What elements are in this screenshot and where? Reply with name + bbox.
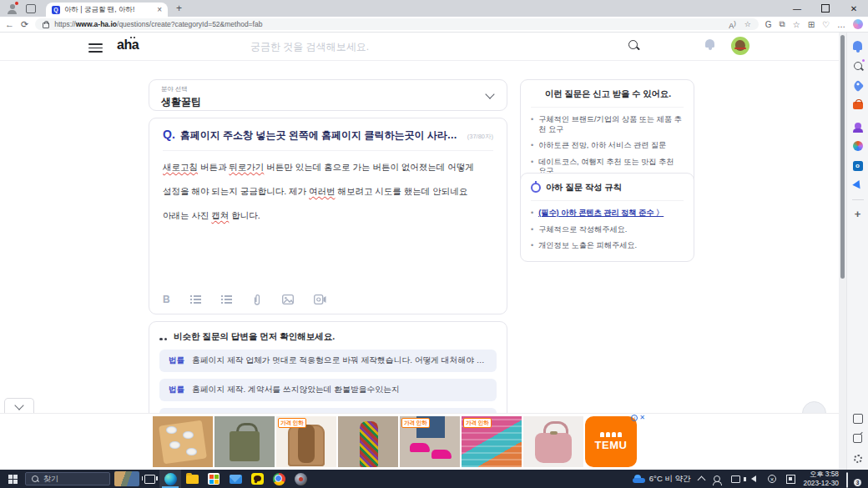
tray-people-icon[interactable]: [712, 475, 723, 482]
task-view-button[interactable]: [139, 475, 159, 484]
lock-icon[interactable]: [43, 23, 49, 28]
sidebar-add-icon[interactable]: +: [851, 208, 864, 220]
tray-dismiss-icon[interactable]: ✕: [767, 475, 778, 483]
char-counter: (37/80자): [467, 133, 493, 141]
sidebar-open-link-icon[interactable]: [851, 432, 864, 445]
ad-product-bedding[interactable]: 가격 인하: [462, 416, 522, 467]
edge-sidebar-rail: o +: [846, 33, 868, 470]
sidebar-search-icon[interactable]: [851, 59, 864, 72]
browser-profile-icon[interactable]: [7, 3, 18, 14]
tray-expand-icon[interactable]: [697, 475, 705, 484]
new-tab-button[interactable]: +: [176, 3, 182, 14]
start-button[interactable]: [0, 475, 25, 484]
collections-icon[interactable]: ⊞: [808, 20, 815, 29]
browser-address-bar: ← ⟳ https://www.a-ha.io/questions/create…: [0, 17, 868, 33]
window-close-button[interactable]: ✕: [840, 0, 868, 17]
translate-icon[interactable]: G: [765, 20, 772, 29]
taskbar-clock[interactable]: 오후 3:58 2023-12-30: [804, 470, 839, 488]
category-select[interactable]: 분야 선택 생활꿀팁: [149, 79, 507, 111]
split-screen-icon[interactable]: ⧉: [780, 19, 785, 29]
attachment-icon[interactable]: [252, 294, 262, 305]
taskbar-store-icon[interactable]: [203, 470, 225, 488]
browser-tab[interactable]: Q 아하 | 궁금할 땐, 아하! ×: [46, 3, 168, 17]
taskbar-kakaotalk-icon[interactable]: [246, 470, 268, 488]
taskbar-weather[interactable]: 6°C 비 약간: [633, 474, 691, 485]
copilot-icon[interactable]: [853, 19, 863, 29]
notification-icon: [846, 472, 848, 488]
rules-item: •구체적으로 작성해주세요.: [531, 225, 684, 235]
sidebar-games-icon[interactable]: [851, 119, 864, 132]
taskbar-search-placeholder: 찾기: [43, 474, 58, 485]
notification-dot: [15, 2, 18, 5]
site-header: aha 궁금한 것을 검색해보세요.: [0, 33, 839, 61]
taskbar-search-box[interactable]: 찾기: [25, 472, 110, 485]
temu-logo-tile[interactable]: TEMU: [585, 416, 637, 467]
sidebar-drop-icon[interactable]: [851, 179, 864, 192]
tray-volume-icon[interactable]: [749, 475, 760, 482]
browser-essentials-icon[interactable]: ♡: [822, 20, 830, 29]
similar-question-item[interactable]: 법률 홈페이지 제작 업체가 멋대로 적응형으로 바꿔 제작했습니다. 어떻게 …: [159, 350, 497, 372]
numbered-list-icon[interactable]: [221, 295, 232, 304]
question-body-editor[interactable]: 새로고침 버튼과 뒤로가기 버튼만 있는데 홈으로 가는 버튼이 없어졌는데 어…: [163, 162, 493, 222]
page-url: https://www.a-ha.io/questions/create?cat…: [54, 20, 262, 28]
notifications-bell-icon[interactable]: [704, 39, 715, 49]
window-minimize-button[interactable]: —: [783, 0, 811, 17]
taskbar-file-explorer-icon[interactable]: [181, 470, 203, 488]
tab-actions-icon[interactable]: [26, 4, 36, 13]
ad-product-floral-dress[interactable]: [338, 416, 398, 467]
rules-panel-title: 아하 질문 작성 규칙: [546, 182, 622, 194]
sidebar-panel-icon[interactable]: [851, 412, 864, 425]
sidebar-tools-icon[interactable]: [851, 99, 864, 112]
url-field[interactable]: https://www.a-ha.io/questions/create?cat…: [35, 18, 759, 30]
window-maximize-button[interactable]: [811, 0, 840, 17]
video-icon[interactable]: [314, 294, 326, 304]
read-aloud-icon[interactable]: A): [729, 19, 736, 30]
bullet-list-icon[interactable]: [190, 295, 201, 304]
taskbar-chrome-icon[interactable]: [268, 470, 290, 488]
sidebar-shopping-tag-icon[interactable]: [851, 79, 864, 92]
sidebar-microsoft365-icon[interactable]: [851, 139, 864, 152]
back-button[interactable]: ←: [5, 20, 14, 29]
sidebar-outlook-icon[interactable]: o: [851, 159, 864, 172]
tray-ime-icon[interactable]: [785, 475, 796, 484]
windows-taskbar: 찾기 6°C 비 약간 ✕ 오후 3:58 2023-12-30: [0, 470, 868, 488]
body-paragraph: 새로고침 버튼과 뒤로가기 버튼만 있는데 홈으로 가는 버튼이 없어졌는데 어…: [163, 162, 493, 174]
ad-product-ceramic-dishes[interactable]: [153, 416, 213, 467]
bold-button[interactable]: B: [163, 294, 170, 305]
menu-icon[interactable]: [88, 41, 103, 55]
question-title-input[interactable]: 홈페이지 주소창 넣는곳 왼쪽에 홈페이지 클릭하는곳이 사라졌는데 어떻게 복…: [180, 128, 462, 143]
refresh-button[interactable]: ⟳: [21, 20, 28, 29]
aha-logo[interactable]: aha: [117, 38, 139, 53]
sidebar-settings-gear-icon[interactable]: [851, 452, 864, 465]
ad-info-icon[interactable]: i: [631, 415, 638, 421]
ad-product-fur-coat[interactable]: 가격 인하: [276, 416, 336, 467]
scrollbar-thumb[interactable]: [840, 35, 845, 279]
header-search-input[interactable]: 궁금한 것을 검색해보세요.: [250, 40, 369, 54]
ad-product-pink-loafers[interactable]: 가격 인하: [400, 416, 460, 467]
ad-close-icon[interactable]: ✕: [639, 415, 645, 421]
similar-question-item[interactable]: 법률 홈페이지 제작. 계약서를 쓰지않았는데 환불받을수있는지: [159, 379, 497, 401]
tab-close-icon[interactable]: ×: [157, 6, 162, 14]
more-menu-icon[interactable]: …: [837, 20, 845, 29]
content-policy-link[interactable]: (필수) 아하 콘텐츠 관리 정책 준수 〉: [538, 209, 664, 219]
image-icon[interactable]: [282, 294, 294, 304]
favorites-icon[interactable]: ☆: [793, 20, 800, 29]
question-editor-card: Q. 홈페이지 주소창 넣는곳 왼쪽에 홈페이지 클릭하는곳이 사라졌는데 어떻…: [149, 118, 507, 314]
news-widget-thumbnail[interactable]: [114, 471, 139, 486]
action-center-button[interactable]: 3: [846, 473, 860, 485]
page-scrollbar[interactable]: [839, 33, 846, 470]
tray-display-icon[interactable]: [730, 475, 741, 483]
sidebar-notifications-icon[interactable]: [851, 39, 864, 52]
ad-product-handbag[interactable]: [523, 416, 583, 467]
windows-logo-icon: [8, 475, 18, 484]
search-icon[interactable]: [628, 40, 638, 49]
taskbar-mail-icon[interactable]: [225, 470, 246, 488]
rules-item: •개인정보 노출은 피해주세요.: [531, 241, 684, 251]
ad-collapse-button[interactable]: [4, 398, 34, 415]
ad-product-tote-bag[interactable]: [214, 416, 275, 467]
user-avatar[interactable]: [731, 37, 749, 55]
taskbar-edge-icon[interactable]: [159, 470, 181, 488]
taskbar-app-icon[interactable]: [290, 470, 311, 488]
favorite-star-icon[interactable]: ☆: [744, 20, 751, 28]
notification-count-badge: 3: [854, 479, 861, 486]
